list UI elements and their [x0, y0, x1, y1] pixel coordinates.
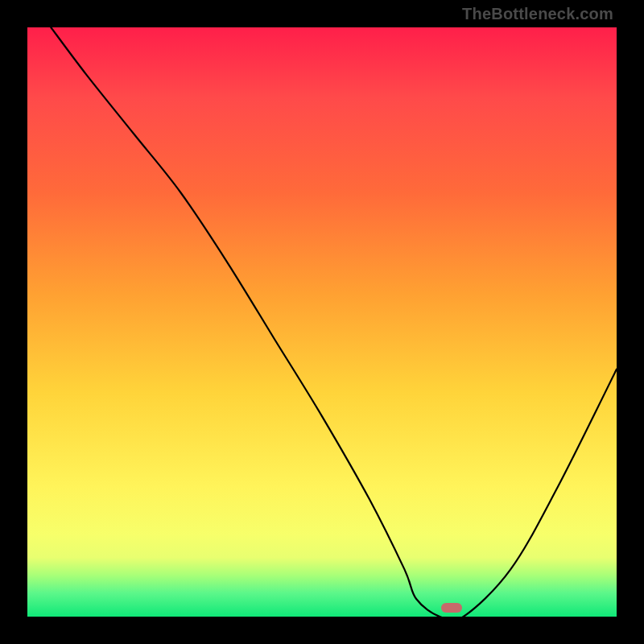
optimum-marker — [441, 603, 462, 613]
chart-frame: TheBottleneck.com — [0, 0, 644, 644]
plot-area — [27, 27, 617, 617]
line-series — [27, 27, 617, 617]
watermark-text: TheBottleneck.com — [462, 5, 613, 23]
curve-path — [51, 27, 617, 617]
